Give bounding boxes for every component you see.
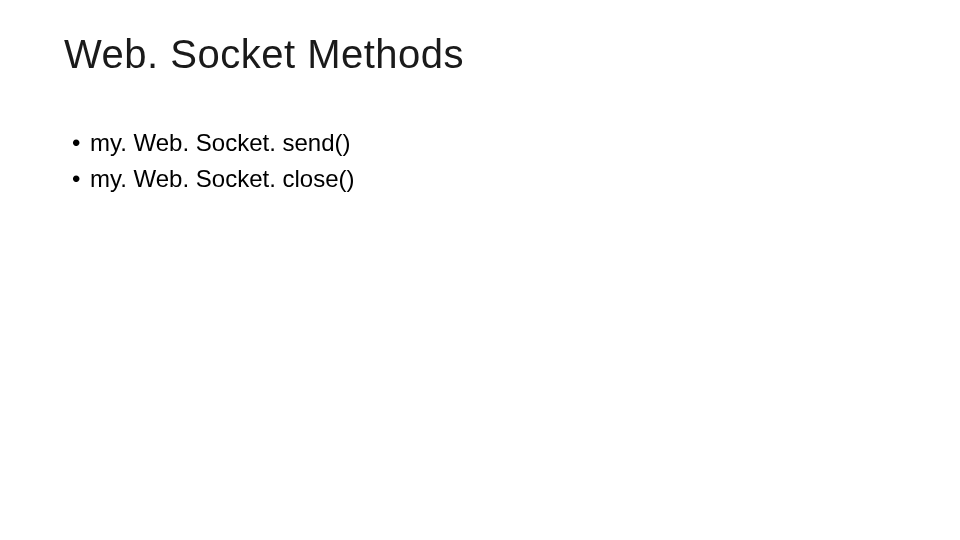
list-item: my. Web. Socket. send(): [72, 125, 896, 161]
bullet-list: my. Web. Socket. send() my. Web. Socket.…: [64, 125, 896, 197]
slide-title: Web. Socket Methods: [64, 32, 896, 77]
list-item: my. Web. Socket. close(): [72, 161, 896, 197]
